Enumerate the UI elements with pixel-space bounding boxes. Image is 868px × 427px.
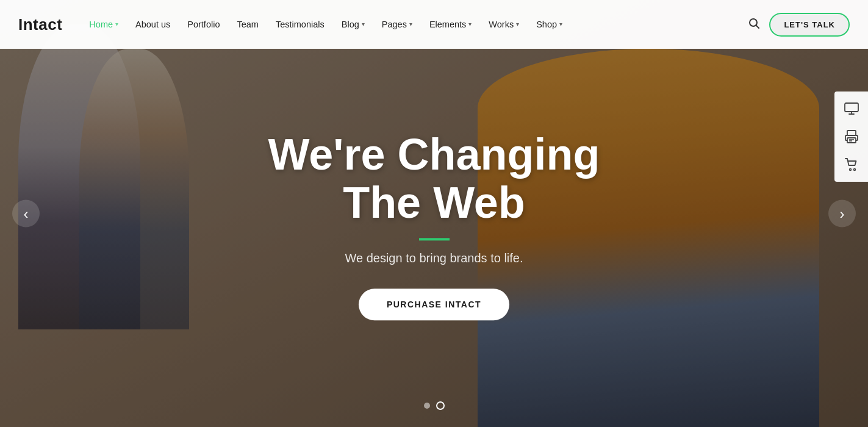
- search-icon[interactable]: [748, 18, 759, 32]
- svg-point-9: [849, 169, 851, 171]
- nav-label-team: Team: [237, 0, 258, 49]
- chevron-down-icon: ▾: [516, 0, 519, 49]
- navbar: Intact Home ▾ About us Portfolio Team Te…: [0, 0, 868, 49]
- nav-item-about[interactable]: About us: [127, 0, 179, 49]
- nav-item-team[interactable]: Team: [228, 0, 267, 49]
- hero-headline-line2: The Web: [343, 179, 525, 228]
- lets-talk-button[interactable]: LET'S TALK: [769, 13, 850, 37]
- svg-line-1: [756, 25, 759, 28]
- chevron-down-icon: ▾: [559, 0, 562, 49]
- svg-rect-2: [845, 103, 858, 112]
- nav-label-elements: Elements: [429, 0, 466, 49]
- purchase-button[interactable]: PURCHASE INTACT: [359, 289, 509, 321]
- monitor-icon[interactable]: [843, 100, 860, 117]
- svg-rect-5: [847, 131, 856, 135]
- print-icon[interactable]: [843, 128, 860, 145]
- next-slide-button[interactable]: ›: [828, 200, 856, 228]
- brand-logo[interactable]: Intact: [18, 15, 62, 34]
- slide-dot-1[interactable]: [424, 403, 430, 409]
- hero-headline: We're Changing The Web: [221, 131, 648, 227]
- hero-divider: [419, 239, 450, 241]
- nav-label-pages: Pages: [382, 0, 407, 49]
- nav-label-about: About us: [135, 0, 170, 49]
- chevron-down-icon: ▾: [115, 0, 118, 49]
- right-panel: [834, 92, 868, 182]
- hero-headline-line1: We're Changing: [268, 130, 600, 179]
- nav-label-works: Works: [489, 0, 514, 49]
- svg-rect-6: [847, 138, 856, 143]
- nav-item-shop[interactable]: Shop ▾: [528, 0, 571, 49]
- nav-label-blog: Blog: [342, 0, 359, 49]
- nav-item-blog[interactable]: Blog ▾: [333, 0, 373, 49]
- svg-point-10: [853, 169, 855, 171]
- nav-label-shop: Shop: [536, 0, 557, 49]
- nav-label-testimonials: Testimonials: [276, 0, 325, 49]
- cart-icon[interactable]: [843, 156, 860, 173]
- hero-content: We're Changing The Web We design to brin…: [221, 131, 648, 320]
- nav-label-home: Home: [89, 0, 113, 49]
- nav-actions: LET'S TALK: [748, 13, 850, 37]
- nav-menu: Home ▾ About us Portfolio Team Testimoni…: [81, 0, 748, 49]
- hero-subtitle: We design to bring brands to life.: [221, 252, 648, 266]
- nav-item-testimonials[interactable]: Testimonials: [267, 0, 333, 49]
- slide-indicators: [424, 401, 445, 410]
- chevron-down-icon: ▾: [362, 0, 365, 49]
- nav-item-portfolio[interactable]: Portfolio: [179, 0, 228, 49]
- chevron-down-icon: ▾: [468, 0, 472, 49]
- prev-slide-button[interactable]: ‹: [12, 200, 40, 228]
- nav-label-portfolio: Portfolio: [187, 0, 220, 49]
- slide-dot-2[interactable]: [436, 401, 445, 410]
- hero-section: Intact Home ▾ About us Portfolio Team Te…: [0, 0, 868, 427]
- nav-item-pages[interactable]: Pages ▾: [373, 0, 421, 49]
- nav-item-home[interactable]: Home ▾: [81, 0, 127, 49]
- nav-item-elements[interactable]: Elements ▾: [421, 0, 480, 49]
- nav-item-works[interactable]: Works ▾: [480, 0, 528, 49]
- chevron-down-icon: ▾: [409, 0, 412, 49]
